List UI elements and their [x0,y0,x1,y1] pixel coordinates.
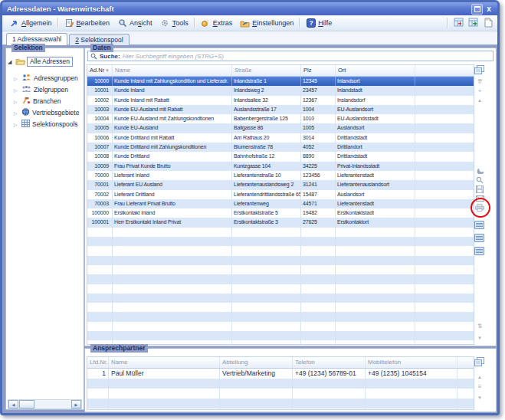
copy-grid-icon[interactable] [473,64,485,74]
tree-item-selektionspools[interactable]: ▷ Selektionspools [14,120,78,129]
table-row[interactable] [87,284,474,294]
table-row[interactable] [87,331,474,340]
scrollbar-thumb[interactable] [19,400,34,409]
scroll-up-icon[interactable]: ▲ [474,95,486,105]
contact-row[interactable]: 1 Paul Müller Vertrieb/Marketing +49 (12… [87,369,474,379]
search-input[interactable] [123,52,490,60]
cell-strasse: Kuntzgasse 104 [232,162,301,171]
column-header-empty [457,357,474,368]
column-header-mobiltelefon[interactable]: Mobiltelefon [366,357,457,368]
close-button[interactable]: x [485,5,493,14]
horizontal-scrollbar[interactable]: ◀ ▶ [8,399,82,409]
table-row[interactable] [87,303,474,312]
table-row[interactable] [87,312,474,321]
search-bar: Suche: [87,51,494,61]
table-row[interactable] [87,246,474,255]
list-icon[interactable]: ≡ [474,382,486,392]
cell-ort: Inslandsdorf [336,96,415,105]
cell-name [113,284,232,294]
tree-item-zielgruppen[interactable]: ▷ Zielgruppen [14,85,68,94]
tree-item-branchen[interactable]: ▷ Branchen [14,97,61,106]
table-row[interactable]: 10006 Kunde Drittland mit Rabatt Am Rath… [87,133,474,143]
menu-extras[interactable]: Extras [197,17,237,30]
settings-icon [240,18,250,28]
table-row[interactable] [87,256,474,265]
table-row[interactable]: 10004 Kunde EU-Ausland mit Zahlungskondt… [87,114,474,123]
column-header-ort[interactable]: Ort [336,65,415,76]
table-row[interactable] [87,322,474,331]
cell-name: Kunde Drittland mit Zahlungskonditionen [113,143,232,152]
refresh-table-icon[interactable] [467,17,479,28]
column-header-name[interactable]: Name [109,357,220,368]
table-row[interactable] [87,228,474,237]
table-row[interactable]: 10009 Frau Privat Kunde Brutto Kuntzgass… [87,162,474,171]
table-row[interactable] [87,237,474,246]
table-row[interactable]: 70000 Lieferant Inland Lieferantenstraße… [87,171,474,180]
column-header-plz[interactable]: Plz [301,65,336,76]
column-header-adnr[interactable]: Ad.Nr▼ [87,65,113,76]
list-view-icon[interactable] [473,246,485,256]
copy-grid-icon[interactable] [473,356,485,366]
new-document-icon[interactable] [482,17,494,28]
cell-ort [336,340,415,344]
contact-table-header: Lfd.Nr. Name Abteilung Telefon Mobiltele… [87,357,474,369]
phone-icon[interactable] [474,165,486,175]
table-row[interactable]: 10008 Kunde Drittland Bahnhofstraße 12 8… [87,152,474,161]
column-header-lfdnr[interactable]: Lfd.Nr. [87,357,109,368]
menu-bearbeiten[interactable]: Bearbeiten [61,17,114,30]
scroll-right-button[interactable]: ▶ [71,400,81,409]
column-header-strasse[interactable]: Straße [232,65,301,76]
tree-item-vertriebsgebiete[interactable]: ▷ Vertriebsgebiete [14,108,79,117]
export-table-icon[interactable] [453,17,464,28]
expand-icon[interactable]: ▷ [14,110,19,116]
table-row[interactable]: 10001 Kunde Inland Inlandsweg 2 23457 In… [87,86,474,95]
column-header-telefon[interactable]: Telefon [293,357,366,368]
table-row[interactable]: 100000 Erstkontakt Inland Erstkontaktstr… [87,208,474,218]
list-view-icon[interactable] [473,220,485,230]
cell-empty [415,312,474,321]
table-row[interactable]: 70001 Lieferant EU Ausland Lieferantenau… [87,180,474,189]
cell-ort: Lieferantenstadt [336,171,415,180]
table-row[interactable]: 10000 Kunde Inland mit Zahlungskondition… [87,77,474,86]
table-row[interactable]: 10003 Kunde EU-Ausland mit Rabatt Auslan… [87,105,474,114]
table-row[interactable] [87,265,474,274]
scroll-span-icon[interactable]: ⇅ [474,321,486,331]
contact-row[interactable] [87,399,474,409]
expand-icon[interactable]: ▷ [14,87,19,93]
menu-einstellungen[interactable]: Einstellungen [236,17,297,30]
tree-root-label[interactable]: Alle Adressen [27,57,73,67]
table-row[interactable]: 100001 Herr Erstkontakt Inland Privat Er… [87,218,474,227]
table-row[interactable] [87,274,474,284]
menu-tools[interactable]: Tools [156,17,192,30]
menu-allgemein[interactable]: Allgemein [5,17,56,30]
column-header-name[interactable]: Name [113,65,232,76]
tree-root-alle-adressen[interactable]: ◢ Alle Adressen [8,57,73,67]
expand-icon[interactable]: ▷ [14,122,19,127]
cell-adnr [87,303,113,312]
table-row[interactable]: 10005 Kunde EU-Ausland Ballgasse 86 1005… [87,123,474,133]
scroll-left-button[interactable]: ◀ [8,400,18,409]
column-header-abteilung[interactable]: Abteilung [220,357,293,368]
menu-ansicht[interactable]: Ansicht [113,17,156,30]
contact-row[interactable] [87,389,474,399]
cell-empty [415,218,474,227]
table-row[interactable] [87,294,474,303]
scroll-down-icon[interactable]: ▼ [474,333,486,343]
scroll-up-icon[interactable]: ▲ [474,372,486,382]
cell-plz [301,312,336,321]
collapse-icon[interactable]: ◢ [8,59,14,65]
table-row[interactable]: 70003 Frau Lieferant Privat Brutto Liefe… [87,199,474,208]
contact-row[interactable] [87,379,474,389]
table-row[interactable]: 10007 Kunde Drittland mit Zahlungskondit… [87,143,474,152]
expand-icon[interactable]: ▷ [14,76,19,81]
expand-icon[interactable]: ▷ [14,99,19,104]
table-row[interactable]: 10002 Kunde Inland mit Rabatt Inlandsall… [87,96,474,105]
contact-row[interactable] [87,409,474,409]
scroll-down-icon[interactable]: ▼ [474,392,486,402]
tree-item-adressgruppen[interactable]: ▷ Adressgruppen [14,74,78,83]
table-row[interactable]: 70002 Lieferant Drittland Lieferantendri… [87,190,474,199]
menu-hilfe[interactable]: ? Hilfe [302,17,336,30]
restore-button[interactable] [471,4,483,15]
cell-abteilung [220,379,293,389]
list-view-icon[interactable] [473,233,485,243]
